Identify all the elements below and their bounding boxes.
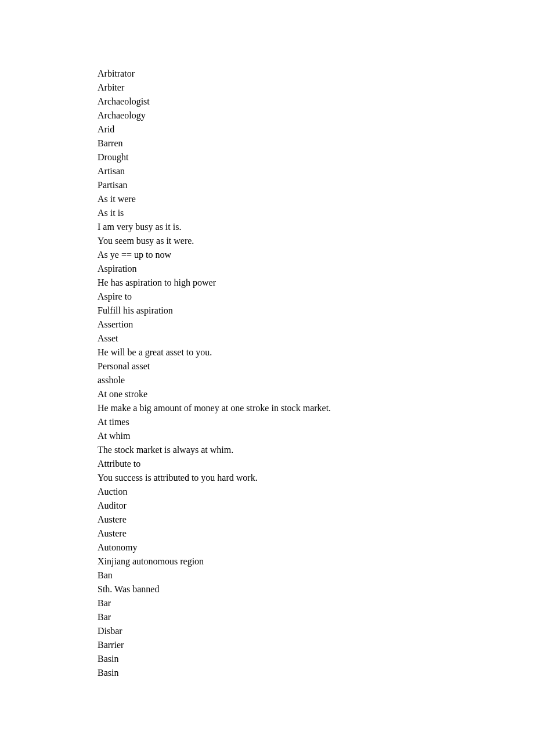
text-line: Basin bbox=[98, 652, 446, 666]
text-line: As it were bbox=[98, 192, 446, 206]
text-line: Austere bbox=[98, 513, 446, 527]
text-line: I am very busy as it is. bbox=[98, 220, 446, 234]
text-line: Sth. Was banned bbox=[98, 582, 446, 596]
text-line: Arbiter bbox=[98, 81, 446, 95]
text-line: Ban bbox=[98, 568, 446, 582]
text-line: Fulfill his aspiration bbox=[98, 304, 446, 318]
text-line: Asset bbox=[98, 332, 446, 345]
document-page: ArbitratorArbiterArchaeologistArchaeolog… bbox=[0, 0, 446, 680]
text-line: Bar bbox=[98, 610, 446, 624]
text-line: He has aspiration to high power bbox=[98, 276, 446, 290]
text-line: Auditor bbox=[98, 499, 446, 513]
text-line: Barren bbox=[98, 136, 446, 150]
text-line: The stock market is always at whim. bbox=[98, 443, 446, 457]
text-line: He make a big amount of money at one str… bbox=[98, 401, 446, 415]
text-line: Archaeologist bbox=[98, 95, 446, 109]
text-line: You success is attributed to you hard wo… bbox=[98, 471, 446, 485]
text-line: You seem busy as it were. bbox=[98, 234, 446, 248]
text-line: Auction bbox=[98, 485, 446, 499]
text-line: Assertion bbox=[98, 318, 446, 332]
text-line: Xinjiang autonomous region bbox=[98, 555, 446, 568]
text-line: At whim bbox=[98, 429, 446, 443]
text-line: Aspiration bbox=[98, 262, 446, 276]
text-line: Disbar bbox=[98, 624, 446, 638]
text-line: Basin bbox=[98, 666, 446, 680]
text-line: Bar bbox=[98, 596, 446, 610]
text-line: Artisan bbox=[98, 164, 446, 178]
text-line: Arid bbox=[98, 123, 446, 136]
text-line: He will be a great asset to you. bbox=[98, 345, 446, 359]
text-line: At one stroke bbox=[98, 387, 446, 401]
text-line: Barrier bbox=[98, 638, 446, 652]
text-line: Personal asset bbox=[98, 359, 446, 373]
text-line: asshole bbox=[98, 373, 446, 387]
text-line: Partisan bbox=[98, 178, 446, 192]
text-line: Attribute to bbox=[98, 457, 446, 471]
text-line: Archaeology bbox=[98, 109, 446, 123]
text-line: As it is bbox=[98, 206, 446, 220]
text-line: Aspire to bbox=[98, 290, 446, 304]
text-line: Autonomy bbox=[98, 541, 446, 555]
text-line: Drought bbox=[98, 150, 446, 164]
text-line: Arbitrator bbox=[98, 67, 446, 81]
text-line: Austere bbox=[98, 527, 446, 541]
text-line: At times bbox=[98, 415, 446, 429]
text-line: As ye == up to now bbox=[98, 248, 446, 262]
